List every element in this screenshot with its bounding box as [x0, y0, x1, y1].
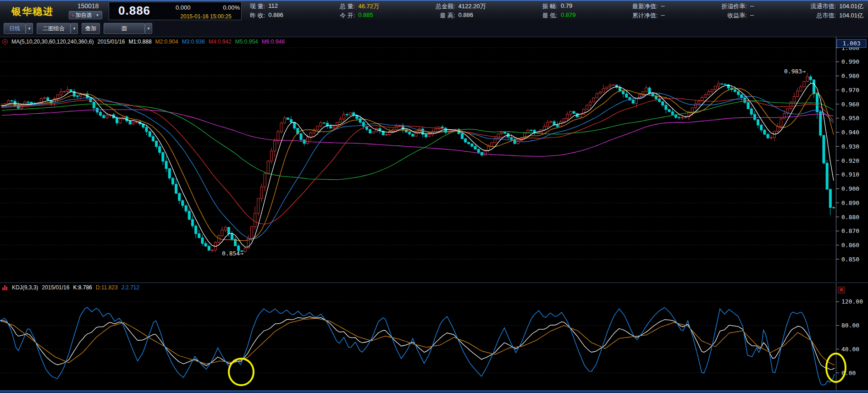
field-label: 振 幅:	[542, 2, 558, 11]
ma6-value: M6:0.946	[262, 39, 285, 45]
svg-text:0.870: 0.870	[841, 227, 859, 234]
svg-text:0.950: 0.950	[841, 115, 859, 122]
field-label: 流通市值:	[811, 2, 836, 11]
field-value: 0.885	[358, 11, 379, 20]
instrument-name: 银华稳进	[11, 5, 54, 18]
quote-header: 银华稳进 150018 + 加自选 ▼ 0.886 0.000 0.00% 20…	[0, 0, 868, 20]
svg-text:0.854→: 0.854→	[222, 250, 243, 257]
ma4-value: M4:0.942	[209, 39, 232, 45]
field-column: 总金额:4122.20万 最 高:0.886	[436, 2, 486, 20]
collapse-indicator-icon[interactable]: ×	[2, 39, 8, 44]
field-value: --	[661, 2, 665, 11]
price-panel: 0.886 0.000 0.00% 2015-01-16 15:00:25	[109, 2, 242, 20]
svg-text:0.970: 0.970	[841, 87, 859, 94]
field-label: 最 低:	[542, 11, 558, 20]
add-watchlist-button[interactable]: + 加自选 ▼	[69, 11, 102, 19]
close-indicator-button[interactable]: ×	[838, 287, 845, 293]
field-value: 112	[268, 2, 283, 11]
svg-text:0.960: 0.960	[841, 101, 859, 108]
instrument-code: 150018	[70, 2, 106, 10]
svg-text:0.990: 0.990	[841, 58, 859, 65]
field-label: 昨 收:	[250, 11, 265, 20]
field-value: 0.79	[561, 2, 576, 11]
field-column: 折溢价率:-- 收益率:--	[721, 2, 754, 20]
field-label: 最新净值:	[632, 2, 658, 11]
field-column: 最新净值:-- 累计净值:--	[632, 2, 665, 20]
field-value: 4122.20万	[459, 2, 486, 11]
field-column: 总 量:46.72万 今 开:0.885	[340, 2, 379, 20]
ma3-value: M3:0.936	[182, 39, 205, 45]
field-label: 累计净值:	[632, 11, 658, 20]
ma-legend: × MA(5,10,20,30,60,120,240,360,6) 2015/0…	[2, 39, 288, 45]
ma-date: 2015/01/16	[97, 39, 125, 45]
add-watchlist-label: 加自选	[76, 11, 92, 19]
ma-formula: MA(5,10,20,30,60,120,240,360,6)	[11, 39, 94, 45]
field-value: 104.01亿	[839, 2, 863, 11]
svg-text:0.860: 0.860	[841, 242, 859, 249]
svg-text:80.00: 80.00	[841, 322, 859, 329]
last-price: 0.886	[118, 4, 150, 18]
svg-text:0.983→: 0.983→	[784, 68, 806, 75]
field-label: 总市值:	[811, 11, 836, 20]
field-value: --	[750, 11, 754, 20]
field-label: 最 高:	[436, 11, 455, 20]
field-value: 0.886	[268, 11, 283, 20]
svg-text:0.980: 0.980	[841, 72, 859, 79]
chevron-down-icon[interactable]: ▼	[94, 13, 101, 17]
svg-text:0.900: 0.900	[841, 185, 859, 192]
price-change: 0.000	[176, 4, 191, 11]
field-value: 104.01亿	[839, 11, 863, 20]
period-select-button[interactable]: 日线	[4, 23, 26, 34]
layout-dropdown-icon[interactable]: ▼	[71, 23, 78, 34]
layout-select-button[interactable]: 二图组合	[37, 23, 71, 34]
main-chart-svg: 1.0000.9900.9800.9700.9600.9500.9400.930…	[0, 37, 868, 282]
field-label: 收益率:	[721, 11, 747, 20]
chart-toolbar: 日线 ▼ 二图组合 ▼ 叠加 圆 ▼	[0, 20, 868, 37]
field-label: 总金额:	[436, 2, 455, 11]
quote-fields: 现 量:112 昨 收:0.886 总 量:46.72万 今 开:0.885 总…	[250, 1, 863, 21]
svg-text:40.00: 40.00	[841, 346, 859, 353]
svg-text:0.920: 0.920	[841, 157, 859, 164]
period-dropdown-icon[interactable]: ▼	[26, 23, 33, 34]
quote-datetime: 2015-01-16 15:00:25	[171, 13, 241, 20]
field-value: --	[750, 2, 754, 11]
svg-text:0.850: 0.850	[841, 256, 859, 263]
ma2-value: M2:0.904	[155, 39, 178, 45]
svg-text:0.940: 0.940	[841, 129, 859, 136]
field-value: 0.879	[561, 11, 576, 20]
kdj-indicator-chart[interactable]: 120.0080.0040.000.00 KDJ(9,3,3) 2015/01/…	[0, 282, 868, 390]
main-price-chart[interactable]: 1.0000.9900.9800.9700.9600.9500.9400.930…	[0, 37, 868, 282]
overlay-button[interactable]: 叠加	[82, 23, 100, 34]
ma5-value: M5:0.954	[235, 39, 258, 45]
plus-icon: +	[71, 12, 75, 19]
field-label: 今 开:	[340, 11, 355, 20]
ma1-value: M1:0.888	[129, 39, 152, 45]
svg-text:120.00: 120.00	[841, 298, 863, 305]
shape-dropdown-icon[interactable]: ▼	[145, 23, 152, 34]
field-label: 折溢价率:	[721, 2, 747, 11]
kdj-k-value: K:8.786	[73, 284, 92, 291]
kdj-d-value: D:11.823	[96, 284, 118, 291]
svg-text:0.930: 0.930	[841, 143, 859, 150]
field-column: 振 幅:0.79 最 低:0.879	[542, 2, 576, 20]
field-label: 总 量:	[340, 2, 355, 11]
shape-select-button[interactable]: 圆	[104, 23, 145, 34]
kdj-formula: KDJ(9,3,3)	[12, 284, 38, 291]
svg-text:0.890: 0.890	[841, 199, 859, 206]
field-column: 现 量:112 昨 收:0.886	[250, 2, 283, 20]
svg-text:0.910: 0.910	[841, 171, 859, 178]
svg-text:0.880: 0.880	[841, 214, 859, 221]
kdj-legend: KDJ(9,3,3) 2015/01/16 K:8.786 D:11.823 J…	[2, 284, 143, 291]
svg-text:1.003: 1.003	[842, 40, 860, 47]
field-value: 0.886	[459, 11, 486, 20]
field-value: 46.72万	[358, 2, 379, 11]
field-value: --	[661, 11, 665, 20]
kdj-date: 2015/01/16	[42, 284, 69, 291]
field-label: 现 量:	[250, 2, 265, 11]
field-column: 流通市值:104.01亿 总市值:104.01亿	[811, 2, 863, 20]
price-change-pct: 0.00%	[223, 4, 240, 11]
indicator-icon	[2, 285, 8, 290]
app-window: 银华稳进 150018 + 加自选 ▼ 0.886 0.000 0.00% 20…	[0, 0, 868, 393]
bottom-border	[0, 390, 868, 393]
kdj-j-value: J:2.712	[122, 284, 139, 291]
